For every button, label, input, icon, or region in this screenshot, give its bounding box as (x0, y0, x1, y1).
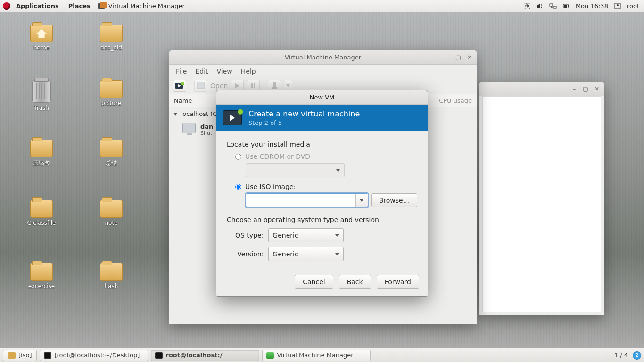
places-menu[interactable]: Places (65, 2, 94, 9)
desktop-icon-cclass[interactable]: C-classfile (23, 200, 60, 226)
titlebar[interactable]: Virtual Machine Manager – ▢ ✕ (169, 50, 477, 65)
folder-icon (30, 140, 53, 157)
browse-button[interactable]: Browse... (371, 193, 417, 207)
version-combo[interactable]: Generic (268, 247, 344, 261)
task-terminal-desktop[interactable]: [root@localhost:~/Desktop] (40, 350, 148, 361)
desktop-icon-note[interactable]: note (92, 200, 130, 226)
open-vm-button[interactable] (194, 80, 207, 92)
os-type-label: OS type: (235, 231, 264, 239)
monitor-icon (182, 123, 196, 133)
clock[interactable]: Mon 16:38 (576, 2, 608, 9)
folder-icon (8, 352, 16, 359)
folder-icon (30, 263, 53, 281)
svg-marker-2 (537, 3, 540, 9)
folder-icon (100, 263, 123, 281)
os-type-combo[interactable]: Generic (268, 228, 344, 242)
svg-rect-1 (100, 2, 107, 8)
home-folder-icon (30, 25, 53, 42)
radio-cdrom-label: Use CDROM or DVD (245, 153, 310, 160)
cdrom-combo (246, 163, 345, 177)
folder-icon (100, 25, 123, 42)
vm-state: Shut (200, 130, 213, 136)
svg-rect-13 (197, 83, 205, 89)
ime-indicator[interactable]: 英 (524, 2, 530, 10)
forward-button[interactable]: Forward (377, 275, 419, 289)
choose-os-label: Choose an operating system type and vers… (227, 216, 417, 223)
titlebar[interactable]: – ▢ ✕ (479, 82, 604, 96)
folder-icon (100, 200, 123, 218)
iso-dropdown-button[interactable] (355, 194, 368, 207)
banner-title: Create a new virtual machine (248, 109, 360, 118)
svg-point-12 (181, 82, 184, 85)
window-body (482, 96, 601, 312)
distro-logo-icon[interactable] (3, 2, 10, 10)
task-terminal-root[interactable]: root@localhost:/ (151, 350, 259, 361)
toolbar-separator (190, 81, 190, 91)
desktop-icon-home[interactable]: home (23, 25, 60, 51)
close-button[interactable]: ✕ (593, 84, 601, 93)
bottom-taskbar: [iso] [root@localhost:~/Desktop] root@lo… (0, 348, 644, 362)
radio-cdrom-input[interactable] (235, 154, 241, 160)
new-vm-button[interactable] (173, 80, 186, 92)
radio-iso-label: Use ISO image: (245, 183, 296, 190)
desktop-icon-zongjie[interactable]: 总结 (92, 140, 130, 167)
open-label: Open (210, 82, 228, 90)
battery-icon[interactable] (562, 2, 570, 10)
network-icon[interactable] (549, 2, 557, 10)
iso-path-combo[interactable] (246, 193, 368, 207)
back-button[interactable]: Back (339, 275, 371, 289)
dialog-title: New VM (310, 94, 335, 101)
vmm-app-icon (98, 2, 107, 10)
svg-rect-4 (553, 6, 556, 8)
active-app-indicator[interactable]: Virtual Machine Manager (96, 2, 187, 10)
folder-icon (100, 80, 123, 98)
desktop-icon-trash[interactable]: Trash (23, 80, 60, 111)
desktop-icon-label: home (33, 44, 50, 51)
close-button[interactable]: ✕ (465, 53, 474, 61)
applications-menu[interactable]: Applications (12, 2, 63, 9)
volume-icon[interactable] (536, 2, 544, 10)
svg-marker-19 (286, 84, 290, 87)
maximize-button[interactable]: ▢ (581, 84, 590, 93)
radio-iso-input[interactable] (235, 184, 241, 190)
notification-badge[interactable]: 2 (633, 351, 641, 360)
radio-use-iso[interactable]: Use ISO image: (235, 183, 417, 190)
radio-use-cdrom[interactable]: Use CDROM or DVD (235, 153, 417, 160)
svg-marker-14 (235, 83, 239, 88)
task-vmm[interactable]: Virtual Machine Manager (262, 350, 371, 361)
menu-edit[interactable]: Edit (191, 66, 212, 76)
dialog-titlebar[interactable]: New VM (216, 90, 428, 105)
background-window[interactable]: – ▢ ✕ (479, 82, 604, 315)
toolbar-separator (264, 81, 264, 91)
desktop-icon-hash[interactable]: hash (92, 263, 130, 289)
desktop-icon-picture[interactable]: picture (92, 80, 130, 107)
window-title: Virtual Machine Manager (285, 54, 361, 61)
vmm-icon (266, 352, 274, 359)
minimize-button[interactable]: – (443, 53, 451, 61)
svg-rect-18 (272, 87, 277, 89)
desktop-icon-label: excercise (28, 283, 55, 289)
svg-rect-3 (550, 4, 553, 6)
user-name[interactable]: root (627, 2, 639, 9)
task-label: [iso] (18, 352, 32, 359)
desktop-icon-label: picture (101, 100, 121, 107)
desktop-icon-doc-old[interactable]: doc_old (92, 25, 130, 51)
maximize-button[interactable]: ▢ (454, 53, 462, 61)
minimize-button[interactable]: – (570, 84, 578, 93)
menu-help[interactable]: Help (237, 66, 260, 76)
workspace-indicator[interactable]: 1 / 4 (614, 352, 628, 359)
desktop-icon-label: doc_old (100, 44, 122, 51)
cancel-button[interactable]: Cancel (295, 275, 333, 289)
desktop-icon-label: Trash (34, 105, 49, 111)
create-vm-icon (223, 110, 242, 125)
desktop-icon-label: 总结 (106, 160, 117, 166)
iso-path-input[interactable] (246, 194, 355, 207)
menu-file[interactable]: File (172, 66, 190, 76)
menu-view[interactable]: View (213, 66, 236, 76)
desktop-icon-yasuo[interactable]: 压缩包 (23, 140, 60, 167)
new-vm-dialog[interactable]: New VM Create a new virtual machine Step… (216, 90, 428, 297)
desktop-icon-label: hash (105, 283, 118, 289)
locate-media-label: Locate your install media (227, 140, 417, 148)
task-iso[interactable]: [iso] (3, 350, 37, 361)
desktop-icon-excercise[interactable]: excercise (23, 263, 60, 289)
